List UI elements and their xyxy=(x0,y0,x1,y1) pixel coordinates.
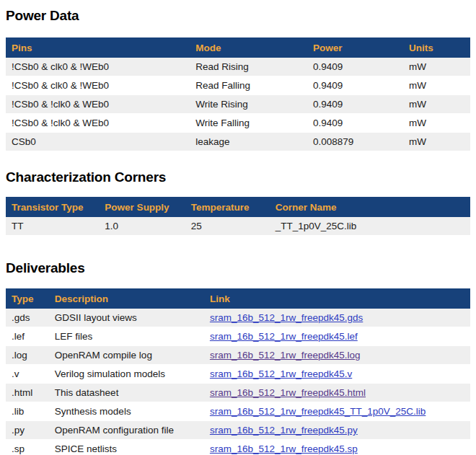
header-row: PinsModePowerUnits xyxy=(6,37,470,58)
table-row: .spSPICE netlistssram_16b_512_1rw_freepd… xyxy=(6,440,470,455)
table-cell: sram_16b_512_1rw_freepdk45.sp xyxy=(204,440,470,455)
table-cell: !CSb0 & clk0 & !WEb0 xyxy=(6,76,190,95)
table-cell: TT xyxy=(6,217,99,236)
deliverables-table: TypeDescriptionLink.gdsGDSII layout view… xyxy=(6,288,470,455)
table-row: TT1.025_TT_1p0V_25C.lib xyxy=(6,217,470,236)
file-link[interactable]: sram_16b_512_1rw_freepdk45.py xyxy=(210,425,358,436)
column-header-pins: Pins xyxy=(6,37,190,58)
table-row: .gdsGDSII layout viewssram_16b_512_1rw_f… xyxy=(6,309,470,327)
table-cell: .log xyxy=(6,346,49,365)
table-cell: Write Rising xyxy=(190,95,307,114)
column-header-temperature: Temperature xyxy=(185,197,270,217)
column-header-power: Power xyxy=(307,37,403,58)
table-cell: mW xyxy=(403,76,470,95)
table-row: !CSb0 & !clk0 & WEb0Write Falling0.9409m… xyxy=(6,114,470,133)
table-cell: Synthesis models xyxy=(49,402,204,421)
section-power-data: Power Data PinsModePowerUnits!CSb0 & clk… xyxy=(6,7,470,151)
datasheet-page: Power Data PinsModePowerUnits!CSb0 & clk… xyxy=(6,7,470,455)
table-cell: _TT_1p0V_25C.lib xyxy=(270,217,470,236)
table-row: .lefLEF filessram_16b_512_1rw_freepdk45.… xyxy=(6,327,470,346)
table-cell: sram_16b_512_1rw_freepdk45.py xyxy=(204,421,470,440)
file-link[interactable]: sram_16b_512_1rw_freepdk45.log xyxy=(210,350,361,361)
table-row: .htmlThis datasheetsram_16b_512_1rw_free… xyxy=(6,384,470,402)
table-cell: .gds xyxy=(6,309,49,327)
file-link[interactable]: sram_16b_512_1rw_freepdk45.v xyxy=(210,368,352,379)
table-cell: Verilog simulation models xyxy=(49,365,204,384)
table-cell: 0.9409 xyxy=(307,58,403,76)
column-header-transistor-type: Transistor Type xyxy=(6,197,99,217)
characterization-corners-heading: Characterization Corners xyxy=(6,169,470,185)
table-cell: sram_16b_512_1rw_freepdk45.v xyxy=(204,365,470,384)
table-cell: CSb0 xyxy=(6,133,190,151)
table-cell: sram_16b_512_1rw_freepdk45.gds xyxy=(204,309,470,327)
table-cell: 0.008879 xyxy=(307,133,403,151)
table-row: .libSynthesis modelssram_16b_512_1rw_fre… xyxy=(6,402,470,421)
table-row: .vVerilog simulation modelssram_16b_512_… xyxy=(6,365,470,384)
header-row: Transistor TypePower SupplyTemperatureCo… xyxy=(6,197,470,217)
table-row: CSb0leakage0.008879mW xyxy=(6,133,470,151)
table-cell: .sp xyxy=(6,440,49,455)
table-cell: 25 xyxy=(185,217,270,236)
header-row: TypeDescriptionLink xyxy=(6,288,470,309)
table-row: .logOpenRAM compile logsram_16b_512_1rw_… xyxy=(6,346,470,365)
table-cell: mW xyxy=(403,95,470,114)
table-cell: This datasheet xyxy=(49,384,204,402)
file-link[interactable]: sram_16b_512_1rw_freepdk45.sp xyxy=(210,443,358,454)
table-row: .pyOpenRAM configuration filesram_16b_51… xyxy=(6,421,470,440)
column-header-link: Link xyxy=(204,288,470,309)
file-link[interactable]: sram_16b_512_1rw_freepdk45.lef xyxy=(210,331,358,342)
table-cell: sram_16b_512_1rw_freepdk45.lef xyxy=(204,327,470,346)
column-header-corner-name: Corner Name xyxy=(270,197,470,217)
table-cell: 0.9409 xyxy=(307,114,403,133)
column-header-units: Units xyxy=(403,37,470,58)
file-link[interactable]: sram_16b_512_1rw_freepdk45.html xyxy=(210,387,366,398)
power-data-heading: Power Data xyxy=(6,7,470,24)
table-cell: sram_16b_512_1rw_freepdk45.log xyxy=(204,346,470,365)
table-cell: 0.9409 xyxy=(307,95,403,114)
table-cell: GDSII layout views xyxy=(49,309,204,327)
table-row: !CSb0 & !clk0 & WEb0Write Rising0.9409mW xyxy=(6,95,470,114)
table-cell: Read Rising xyxy=(190,58,307,76)
table-cell: sram_16b_512_1rw_freepdk45.html xyxy=(204,384,470,402)
table-cell: Write Falling xyxy=(190,114,307,133)
table-cell: mW xyxy=(403,58,470,76)
column-header-power-supply: Power Supply xyxy=(99,197,185,217)
table-cell: mW xyxy=(403,114,470,133)
power-data-table: PinsModePowerUnits!CSb0 & clk0 & !WEb0Re… xyxy=(6,37,470,151)
table-cell: Read Falling xyxy=(190,76,307,95)
table-cell: .html xyxy=(6,384,49,402)
table-cell: mW xyxy=(403,133,470,151)
deliverables-heading: Deliverables xyxy=(6,260,470,276)
table-cell: LEF files xyxy=(49,327,204,346)
table-cell: !CSb0 & !clk0 & WEb0 xyxy=(6,95,190,114)
table-cell: sram_16b_512_1rw_freepdk45_TT_1p0V_25C.l… xyxy=(204,402,470,421)
table-cell: OpenRAM compile log xyxy=(49,346,204,365)
column-header-description: Description xyxy=(49,288,204,309)
column-header-mode: Mode xyxy=(190,37,307,58)
file-link[interactable]: sram_16b_512_1rw_freepdk45_TT_1p0V_25C.l… xyxy=(210,406,426,417)
table-row: !CSb0 & clk0 & !WEb0Read Falling0.9409mW xyxy=(6,76,470,95)
table-cell: SPICE netlists xyxy=(49,440,204,455)
table-cell: !CSb0 & !clk0 & WEb0 xyxy=(6,114,190,133)
table-cell: OpenRAM configuration file xyxy=(49,421,204,440)
table-cell: leakage xyxy=(190,133,307,151)
table-cell: 1.0 xyxy=(99,217,185,236)
section-deliverables: Deliverables TypeDescriptionLink.gdsGDSI… xyxy=(6,260,470,455)
table-row: !CSb0 & clk0 & !WEb0Read Rising0.9409mW xyxy=(6,58,470,76)
table-cell: .lib xyxy=(6,402,49,421)
table-cell: !CSb0 & clk0 & !WEb0 xyxy=(6,58,190,76)
table-cell: 0.9409 xyxy=(307,76,403,95)
column-header-type: Type xyxy=(6,288,49,309)
characterization-corners-table: Transistor TypePower SupplyTemperatureCo… xyxy=(6,197,470,236)
table-cell: .v xyxy=(6,365,49,384)
section-characterization-corners: Characterization Corners Transistor Type… xyxy=(6,169,470,236)
table-cell: .lef xyxy=(6,327,49,346)
file-link[interactable]: sram_16b_512_1rw_freepdk45.gds xyxy=(210,312,363,323)
table-cell: .py xyxy=(6,421,49,440)
